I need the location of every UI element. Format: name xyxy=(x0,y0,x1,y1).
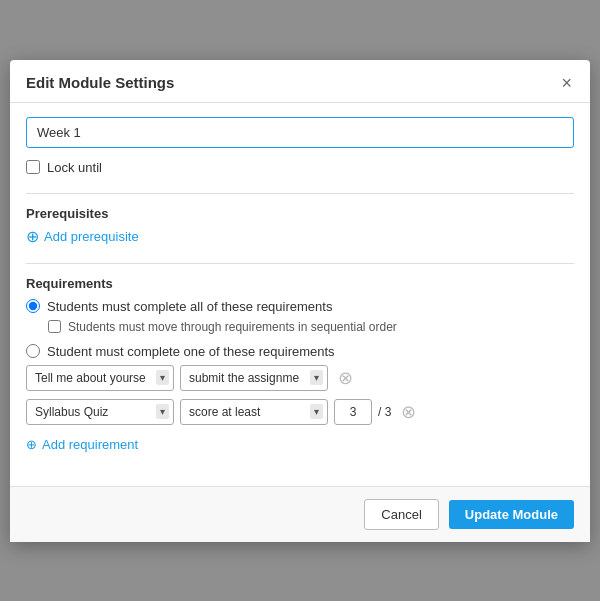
radio-one-input[interactable] xyxy=(26,344,40,358)
radio-all-row: Students must complete all of these requ… xyxy=(26,299,574,314)
add-requirement-label: Add requirement xyxy=(42,437,138,452)
modal-title: Edit Module Settings xyxy=(26,74,174,91)
action-select-container-2: score at least ▾ xyxy=(180,399,328,425)
score-input-2[interactable] xyxy=(334,399,372,425)
seq-checkbox[interactable] xyxy=(48,320,61,333)
add-requirement-icon: ⊕ xyxy=(26,437,37,452)
action-select-container-1: submit the assignme ▾ xyxy=(180,365,328,391)
add-prerequisite-icon: ⊕ xyxy=(26,229,39,245)
modal-body: Lock until Prerequisites ⊕ Add prerequis… xyxy=(10,103,590,486)
edit-module-modal: Edit Module Settings × Lock until Prereq… xyxy=(10,60,590,542)
close-button[interactable]: × xyxy=(559,74,574,92)
score-total-2: / 3 xyxy=(378,405,391,419)
modal-footer: Cancel Update Module xyxy=(10,486,590,542)
modal-overlay: Edit Module Settings × Lock until Prereq… xyxy=(0,0,600,601)
radio-one-label: Student must complete one of these requi… xyxy=(47,344,335,359)
remove-req-button-2[interactable]: ⊗ xyxy=(401,403,416,421)
seq-checkbox-row: Students must move through requirements … xyxy=(48,320,574,334)
add-prerequisite-label: Add prerequisite xyxy=(44,229,139,244)
modal-header: Edit Module Settings × xyxy=(10,60,590,103)
requirement-row-2: Syllabus Quiz ▾ score at least ▾ / 3 ⊗ xyxy=(26,399,574,425)
radio-all-input[interactable] xyxy=(26,299,40,313)
radio-all-label: Students must complete all of these requ… xyxy=(47,299,332,314)
add-requirement-link[interactable]: ⊕ Add requirement xyxy=(26,437,138,452)
action-select-2[interactable]: score at least xyxy=(180,399,328,425)
add-prerequisite-link[interactable]: ⊕ Add prerequisite xyxy=(26,229,139,245)
action-select-1[interactable]: submit the assignme xyxy=(180,365,328,391)
divider-2 xyxy=(26,263,574,264)
radio-one-row: Student must complete one of these requi… xyxy=(26,344,574,359)
cancel-button[interactable]: Cancel xyxy=(364,499,438,530)
lock-until-checkbox[interactable] xyxy=(26,160,40,174)
assignment-select-container-1: Tell me about yourse ▾ xyxy=(26,365,174,391)
module-name-input[interactable] xyxy=(26,117,574,148)
update-module-button[interactable]: Update Module xyxy=(449,500,574,529)
requirements-title: Requirements xyxy=(26,276,574,291)
prerequisites-section: Prerequisites ⊕ Add prerequisite xyxy=(26,206,574,259)
prerequisites-title: Prerequisites xyxy=(26,206,574,221)
assignment-select-container-2: Syllabus Quiz ▾ xyxy=(26,399,174,425)
seq-label: Students must move through requirements … xyxy=(68,320,397,334)
requirements-section: Requirements Students must complete all … xyxy=(26,276,574,462)
assignment-select-1[interactable]: Tell me about yourse xyxy=(26,365,174,391)
divider-1 xyxy=(26,193,574,194)
requirement-row-1: Tell me about yourse ▾ submit the assign… xyxy=(26,365,574,391)
lock-until-row: Lock until xyxy=(26,160,574,175)
remove-req-button-1[interactable]: ⊗ xyxy=(338,369,353,387)
assignment-select-2[interactable]: Syllabus Quiz xyxy=(26,399,174,425)
lock-until-label: Lock until xyxy=(47,160,102,175)
